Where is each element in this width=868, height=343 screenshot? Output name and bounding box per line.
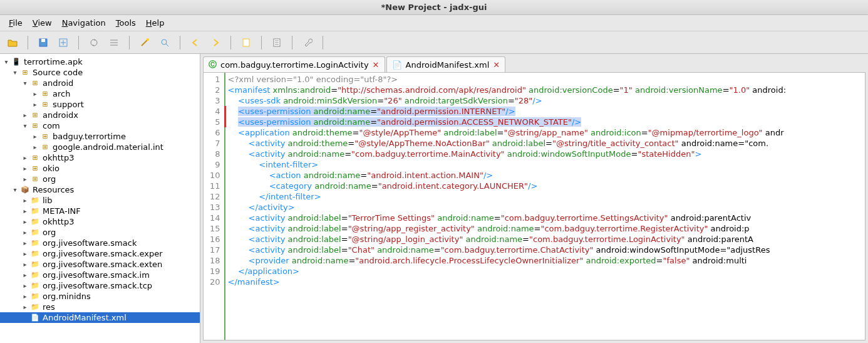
back-icon[interactable] <box>188 35 203 50</box>
menu-view[interactable]: View <box>29 17 56 29</box>
svg-point-5 <box>162 40 167 45</box>
folder-icon: 📁 <box>30 196 40 206</box>
window-title: *New Project - jadx-gui <box>0 0 868 15</box>
menu-navigation[interactable]: Navigation <box>58 17 110 29</box>
apk-icon: 📱 <box>11 57 21 67</box>
tree-res[interactable]: ▸📁res <box>0 302 200 312</box>
project-tree[interactable]: ▾📱terrortime.apk ▾⊞Source code ▾⊞android… <box>0 54 200 343</box>
tree-smack-im[interactable]: ▸📁org.jivesoftware.smack.im <box>0 270 200 280</box>
code-editor[interactable]: 1234567891011121314151617181920 <?xml ve… <box>203 72 865 340</box>
folder-icon: 📁 <box>30 228 40 238</box>
tree-root[interactable]: ▾📱terrortime.apk <box>0 56 200 67</box>
tree-androidx[interactable]: ▸⊞androidx <box>0 110 200 120</box>
tree-smack-exten[interactable]: ▸📁org.jivesoftware.smack.exten <box>0 259 200 270</box>
svg-rect-6 <box>243 39 249 46</box>
tab-login-activity[interactable]: Ⓒ com.badguy.terrortime.LoginActivity ✕ <box>203 56 385 72</box>
tree-org[interactable]: ▸⊞org <box>0 174 200 184</box>
editor-panel: Ⓒ com.badguy.terrortime.LoginActivity ✕ … <box>200 54 868 343</box>
svg-point-3 <box>91 40 97 46</box>
tree-okhttp3[interactable]: ▸⊞okhttp3 <box>0 152 200 163</box>
package-icon: ⊞ <box>30 78 40 88</box>
tree-support[interactable]: ▸⊞support <box>0 99 200 110</box>
package-icon: ⊞ <box>40 132 50 142</box>
class-icon: Ⓒ <box>209 59 217 70</box>
tree-minidns[interactable]: ▸📁org.minidns <box>0 291 200 302</box>
sync-icon[interactable] <box>86 35 101 50</box>
tree-android[interactable]: ▾⊞android <box>0 78 200 88</box>
package-icon: ⊞ <box>30 164 40 174</box>
menu-bar: File View Navigation Tools Help <box>0 15 868 31</box>
package-icon: ⊞ <box>30 110 40 120</box>
package-icon: ⊞ <box>30 174 40 184</box>
package-icon: ⊞ <box>40 100 50 110</box>
tree-smack-exper[interactable]: ▸📁org.jivesoftware.smack.exper <box>0 248 200 259</box>
toolbar <box>0 31 868 54</box>
folder-icon: 📁 <box>30 270 40 280</box>
forward-icon[interactable] <box>208 35 223 50</box>
search-icon[interactable] <box>157 35 172 50</box>
tree-smack[interactable]: ▸📁org.jivesoftware.smack <box>0 238 200 248</box>
folder-icon: 📁 <box>30 249 40 259</box>
file-icon: 📄 <box>30 313 40 323</box>
folder-icon: 📁 <box>30 206 40 216</box>
package-icon: ⊞ <box>40 89 50 99</box>
wrench-icon[interactable] <box>300 35 315 50</box>
folder-icon: 📁 <box>30 302 40 312</box>
doc-icon[interactable] <box>239 35 254 50</box>
tree-gmat[interactable]: ▸⊞google.android.material.int <box>0 142 200 152</box>
folder-icon: 📁 <box>30 238 40 248</box>
line-gutter: 1234567891011121314151617181920 <box>204 73 225 340</box>
folder-icon: 📁 <box>30 217 40 227</box>
menu-file[interactable]: File <box>5 17 26 29</box>
tab-bar: Ⓒ com.badguy.terrortime.LoginActivity ✕ … <box>200 54 868 72</box>
tree-arch[interactable]: ▸⊞arch <box>0 88 200 99</box>
folder-icon: 📁 <box>30 292 40 302</box>
package-icon: ⊞ <box>20 68 30 78</box>
svg-rect-1 <box>41 39 45 42</box>
save-icon[interactable] <box>36 35 51 50</box>
resources-icon: 📦 <box>20 185 30 195</box>
package-icon: ⊞ <box>30 121 40 131</box>
tab-manifest[interactable]: 📄 AndroidManifest.xml ✕ <box>386 56 506 72</box>
tree-r-okhttp3[interactable]: ▸📁okhttp3 <box>0 216 200 227</box>
tree-r-org[interactable]: ▸📁org <box>0 227 200 238</box>
tree-smack-tcp[interactable]: ▸📁org.jivesoftware.smack.tcp <box>0 280 200 291</box>
list-icon[interactable] <box>269 35 284 50</box>
folder-icon: 📁 <box>30 281 40 291</box>
file-icon: 📄 <box>392 60 402 70</box>
code-body[interactable]: <?xml version="1.0" encoding="utf-8"?><m… <box>225 73 788 340</box>
package-icon: ⊞ <box>40 142 50 152</box>
close-icon[interactable]: ✕ <box>493 60 500 70</box>
tree-okio[interactable]: ▸⊞okio <box>0 163 200 174</box>
menu-help[interactable]: Help <box>142 17 168 29</box>
tree-badguy[interactable]: ▸⊞badguy.terrortime <box>0 131 200 142</box>
tree-com[interactable]: ▾⊞com <box>0 120 200 131</box>
tab-label: AndroidManifest.xml <box>406 60 490 70</box>
package-icon: ⊞ <box>30 153 40 163</box>
tree-lib[interactable]: ▸📁lib <box>0 195 200 206</box>
export-icon[interactable] <box>56 35 71 50</box>
tree-metainf[interactable]: ▸📁META-INF <box>0 206 200 216</box>
open-folder-icon[interactable] <box>5 35 20 50</box>
tree-manifest[interactable]: ▸📄AndroidManifest.xml <box>0 312 200 323</box>
svg-point-4 <box>147 38 149 41</box>
flatten-icon[interactable] <box>106 35 121 50</box>
wand-icon[interactable] <box>137 35 152 50</box>
tree-resources[interactable]: ▾📦Resources <box>0 184 200 195</box>
tab-label: com.badguy.terrortime.LoginActivity <box>220 60 369 70</box>
menu-tools[interactable]: Tools <box>112 17 140 29</box>
tree-source-code[interactable]: ▾⊞Source code <box>0 67 200 78</box>
close-icon[interactable]: ✕ <box>373 60 380 70</box>
folder-icon: 📁 <box>30 260 40 270</box>
